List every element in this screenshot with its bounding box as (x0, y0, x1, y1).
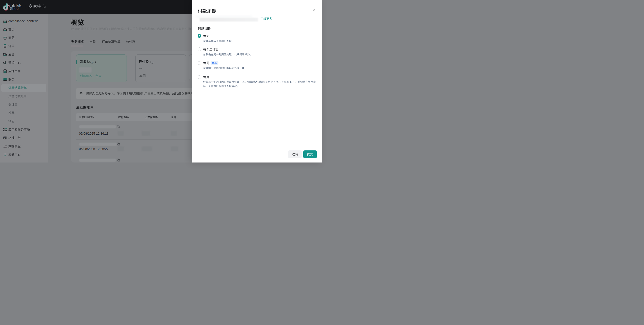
svg-text:AD: AD (4, 137, 6, 139)
